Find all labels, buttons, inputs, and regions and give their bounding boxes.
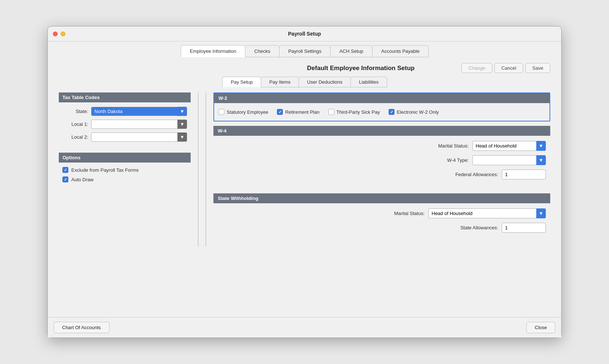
local1-select-wrapper: ▼ [91,120,187,129]
change-button[interactable]: Change [461,63,492,73]
statutory-employee-checkbox[interactable] [219,109,224,115]
state-marital-status-select[interactable]: Head of Household Single Married [428,208,546,218]
traffic-lights [53,32,65,36]
state-label: State: [62,109,88,114]
tab-ach-setup[interactable]: ACH Setup [330,45,372,57]
federal-allowances-row: Federal Allowances: [218,170,546,179]
retirement-plan-checkbox[interactable] [277,109,283,115]
w2-header: W-2 [214,93,549,103]
exclude-payroll-row: Exclude from Payroll Tax Forms [62,167,187,173]
auto-draw-checkbox[interactable] [62,176,68,182]
local2-row: Local 2: ▼ [62,132,187,142]
w4-marital-status-label: Marital Status: [438,143,469,149]
sub-tab-liabilities[interactable]: Liabilities [350,77,387,87]
w4-type-select[interactable]: 2020 or Later Pre-2020 [472,155,546,165]
page-title: Default Employee Information Setup [260,65,461,72]
close-button[interactable] [53,32,58,36]
third-party-sick-pay-item: Third-Party Sick Pay [328,109,380,115]
tab-checks[interactable]: Checks [245,45,279,57]
auto-draw-row: Auto Draw [62,176,187,182]
federal-allowances-label: Federal Allowances: [455,172,498,177]
panel-divider [206,92,206,247]
sub-tab-pay-setup[interactable]: Pay Setup [222,77,261,87]
options-body: Exclude from Payroll Tax Forms Auto Draw [59,163,191,190]
w4-marital-status-row: Marital Status: Head of Household Single… [218,141,546,151]
state-select[interactable]: North Dakota [91,107,187,116]
w4-section: W-4 Marital Status: Head of Household Si… [213,126,550,189]
state-select-wrapper: North Dakota ▼ [91,107,187,116]
cancel-button[interactable]: Cancel [494,63,523,73]
w4-type-wrapper: 2020 or Later Pre-2020 ▼ [472,155,546,165]
state-withholding-body: Marital Status: Head of Household Single… [213,203,550,242]
options-header: Options [59,153,191,163]
state-allowances-row: State Allowances: [218,223,546,233]
electronic-w2-item: Electronic W-2 Only [389,109,439,115]
w4-type-label: W-4 Type: [447,157,469,163]
main-window: Payroll Setup Employee Information Check… [47,26,562,338]
header-buttons: Change Cancel Save [461,63,550,73]
save-button[interactable]: Save [525,63,550,73]
local1-label: Local 1: [62,121,88,127]
local2-label: Local 2: [62,134,88,140]
statutory-employee-item: Statutory Employee [219,109,268,115]
content-area: Default Employee Information Setup Chang… [48,57,561,317]
w4-type-row: W-4 Type: 2020 or Later Pre-2020 ▼ [218,155,546,165]
state-marital-status-row: Marital Status: Head of Household Single… [218,208,546,218]
title-bar: Payroll Setup [48,26,561,41]
exclude-payroll-checkbox[interactable] [62,167,68,173]
statutory-employee-label: Statutory Employee [227,109,268,115]
retirement-plan-label: Retirement Plan [285,109,319,115]
chart-of-accounts-button[interactable]: Chart Of Accounts [54,322,109,333]
state-row: State: North Dakota ▼ [62,107,187,116]
local1-select[interactable] [91,120,187,129]
sub-tab-user-deductions[interactable]: User Deductions [299,77,351,87]
third-party-sick-pay-label: Third-Party Sick Pay [336,109,380,115]
exclude-payroll-label: Exclude from Payroll Tax Forms [71,167,138,173]
sub-tab-pay-items[interactable]: Pay Items [261,77,299,87]
local2-select-wrapper: ▼ [91,132,187,142]
header-row: Default Employee Information Setup Chang… [59,57,550,77]
local1-row: Local 1: ▼ [62,120,187,129]
minimize-button[interactable] [61,32,65,36]
w2-section: W-2 Statutory Employee Retirement Plan [213,92,550,121]
third-party-sick-pay-checkbox[interactable] [328,109,334,115]
right-panel: W-2 Statutory Employee Retirement Plan [213,92,550,247]
state-allowances-label: State Allowances: [460,225,498,230]
main-tab-bar: Employee Information Checks Payroll Sett… [48,41,561,57]
electronic-w2-checkbox[interactable] [389,109,394,115]
w4-marital-status-wrapper: Head of Household Single Married ▼ [472,141,546,151]
tab-accounts-payable[interactable]: Accounts Payable [372,45,429,57]
state-allowances-input[interactable] [502,223,546,233]
state-withholding-section: State Withholding Marital Status: Head o… [213,193,550,242]
local2-select[interactable] [91,132,187,142]
w2-body: Statutory Employee Retirement Plan Third… [214,103,549,121]
bottom-bar: Chart Of Accounts Close [48,317,561,338]
tab-payroll-settings[interactable]: Payroll Settings [279,45,331,57]
federal-allowances-input[interactable] [502,170,546,179]
window-title: Payroll Setup [288,31,321,37]
w4-marital-status-select[interactable]: Head of Household Single Married [472,141,546,151]
state-marital-status-label: Marital Status: [394,211,425,216]
retirement-plan-item: Retirement Plan [277,109,319,115]
tax-table-codes-header: Tax Table Codes [59,92,191,102]
auto-draw-label: Auto Draw [71,177,94,182]
two-column-layout: Tax Table Codes State: North Dakota ▼ [59,92,550,247]
w4-header: W-4 [213,126,550,136]
state-marital-status-wrapper: Head of Household Single Married ▼ [428,208,546,218]
tab-employee-information[interactable]: Employee Information [181,45,245,57]
close-button-bottom[interactable]: Close [526,322,555,333]
tax-table-codes-body: State: North Dakota ▼ Local 1: [59,102,191,150]
electronic-w2-label: Electronic W-2 Only [397,109,439,115]
w4-body: Marital Status: Head of Household Single… [213,136,550,189]
state-withholding-header: State Withholding [213,193,550,203]
left-panel: Tax Table Codes State: North Dakota ▼ [59,92,198,247]
sub-tab-bar: Pay Setup Pay Items User Deductions Liab… [59,77,550,87]
